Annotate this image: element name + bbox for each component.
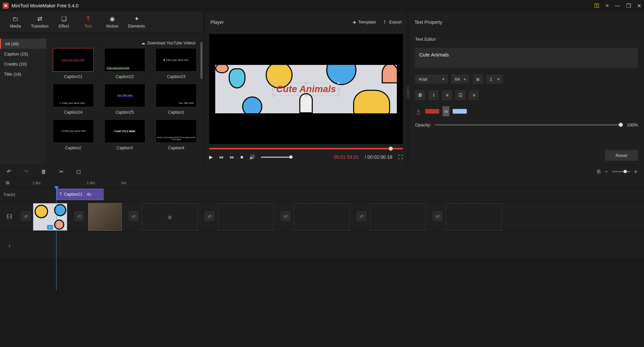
transition-slot[interactable]: ⇄ [128, 211, 139, 221]
redo-icon[interactable]: ↷ [24, 168, 28, 175]
resize-handle[interactable] [272, 88, 274, 90]
export-button[interactable]: ⭱Export [383, 20, 402, 25]
empty-clip-slot[interactable] [446, 203, 502, 231]
play-icon[interactable]: ▶ [209, 154, 213, 160]
template-caption21[interactable]: Enter your name hereCaption21 [50, 48, 96, 79]
tab-transition[interactable]: ⇄Transition [28, 12, 52, 32]
add-track-icon[interactable]: ⧉ [6, 180, 9, 186]
ruler-mark: 1.8m [32, 181, 40, 185]
sidebar-item-credits[interactable]: Credits (10) [0, 59, 46, 69]
track-label: Track1 [0, 192, 19, 197]
text-input[interactable] [415, 48, 638, 68]
tab-motion[interactable]: ◉Motion [100, 12, 124, 32]
fit-icon[interactable]: ⎘ [597, 169, 601, 175]
key-icon[interactable]: ⚿ [594, 3, 600, 9]
volume-icon[interactable]: 🔊 [249, 154, 255, 160]
minimize-icon[interactable]: — [615, 3, 620, 9]
bold-button[interactable]: B [415, 90, 425, 100]
resize-handle[interactable] [305, 82, 307, 84]
align-left-button[interactable]: ≡ [442, 90, 452, 100]
template-button[interactable]: ◈Template [353, 20, 376, 25]
download-youtube-link[interactable]: ☁ Download YouTube Videos [141, 41, 195, 45]
ruler-mark: 1.9m [87, 181, 95, 185]
font-select[interactable]: Arial [415, 75, 448, 84]
delete-icon[interactable]: 🗑 [41, 169, 46, 175]
empty-clip-slot[interactable]: ▦ [142, 203, 198, 231]
stop-icon[interactable]: ■ [240, 154, 243, 160]
resize-handle[interactable] [272, 82, 274, 84]
empty-clip-slot[interactable] [294, 203, 350, 231]
resize-handle[interactable] [305, 94, 307, 96]
maximize-icon[interactable]: ❐ [626, 3, 631, 9]
template-caption1[interactable]: Your Title HereCaption1 [153, 84, 199, 115]
reset-button[interactable]: Reset [605, 150, 638, 161]
zoom-slider[interactable] [612, 171, 630, 172]
zoom-in-icon[interactable]: + [634, 169, 637, 175]
line-spacing-select[interactable]: 1 [486, 75, 503, 84]
undo-icon[interactable]: ↶ [7, 168, 11, 175]
transition-slot[interactable]: ⇄ [74, 211, 84, 221]
tab-media[interactable]: 🗀Media [3, 12, 28, 32]
transition-slot[interactable]: ⇄ [280, 211, 291, 221]
tab-text[interactable]: TText [76, 12, 100, 32]
zoom-handle[interactable] [623, 170, 627, 173]
sidebar-item-all[interactable]: All (49) [0, 39, 46, 49]
fullscreen-icon[interactable]: ⛶ [398, 154, 403, 160]
opacity-slider[interactable] [435, 124, 623, 125]
transition-slot[interactable]: ⇄ [204, 211, 215, 221]
template-caption25[interactable]: Your Title HereCaption25 [102, 84, 147, 115]
sidebar-item-title[interactable]: Title (14) [0, 69, 46, 79]
playhead-line[interactable] [56, 188, 56, 291]
menu-icon[interactable]: ≡ [606, 3, 609, 9]
italic-button[interactable]: I [428, 90, 439, 100]
tab-effect[interactable]: ❏Effect [52, 12, 76, 32]
next-frame-icon[interactable]: ⏭ [230, 154, 234, 160]
motion-icon: ◉ [110, 15, 115, 23]
template-caption3[interactable]: YOUR TITLE HERECaption3 [102, 119, 147, 150]
text-clip[interactable]: T Caption21 4s [56, 189, 104, 200]
zoom-out-icon[interactable]: − [605, 169, 608, 175]
track-video: 🎞 ⇄ ✂ ⇄ ⇄ ▦ ⇄ ⇄ ⇄ [0, 202, 644, 232]
crop-icon[interactable]: ◻ [76, 168, 81, 175]
volume-handle[interactable] [289, 155, 293, 159]
volume-slider[interactable] [261, 157, 293, 158]
panel-collapse-icon[interactable]: › [406, 85, 410, 99]
track-audio: ♪ [0, 232, 644, 259]
player-viewport[interactable]: Cute Animals [209, 34, 403, 144]
scrub-bar[interactable] [209, 148, 403, 149]
grid-scrollbar[interactable] [200, 42, 202, 79]
tab-elements[interactable]: ✦Elements [124, 12, 149, 32]
template-caption24[interactable]: ☺ Enter your name hereCaption24 [50, 84, 96, 115]
resize-handle[interactable] [338, 82, 340, 84]
template-caption4[interactable]: SHORT TITLE HERE SHORT TITLE HERE SHORT … [153, 119, 199, 150]
category-sidebar: All (49) Caption (25) Credits (10) Title… [0, 39, 46, 165]
property-header: Text Property [409, 11, 644, 33]
text-color-swatch[interactable] [425, 109, 439, 114]
video-clip-2[interactable] [88, 203, 122, 231]
empty-clip-slot[interactable] [218, 203, 274, 231]
transition-slot[interactable]: ⇄ [21, 211, 31, 221]
video-clip-1[interactable]: ✂ [33, 203, 67, 231]
transition-slot[interactable]: ⇄ [432, 211, 443, 221]
split-icon[interactable]: ✂ [59, 168, 64, 175]
template-caption23[interactable]: Enter your name hereCaption23 [153, 48, 199, 79]
resize-handle[interactable] [338, 94, 340, 96]
timeline-ruler[interactable]: ⧉ 1.8m 1.9m 2m [0, 178, 644, 188]
align-right-button[interactable]: ≡ [469, 90, 479, 100]
font-size-select[interactable]: 64 [451, 75, 469, 84]
transition-icon: ⇄ [37, 15, 42, 23]
resize-handle[interactable] [272, 94, 274, 96]
text-overlay[interactable]: Cute Animals [273, 83, 339, 95]
line-spacing-icon[interactable]: ≣ [473, 74, 483, 84]
highlight-color-swatch[interactable] [453, 109, 467, 114]
resize-handle[interactable] [338, 88, 340, 90]
align-center-button[interactable]: ☰ [455, 90, 465, 100]
close-icon[interactable]: ✕ [637, 3, 641, 9]
sidebar-item-caption[interactable]: Caption (25) [0, 49, 46, 59]
empty-clip-slot[interactable] [370, 203, 426, 231]
template-caption22[interactable]: Enter your name hereCaption22 [102, 48, 147, 79]
template-caption2[interactable]: ✦ Enter your name hereCaption2 [50, 119, 96, 150]
opacity-handle[interactable] [619, 123, 623, 127]
transition-slot[interactable]: ⇄ [356, 211, 367, 221]
prev-frame-icon[interactable]: ⏮ [219, 154, 224, 160]
